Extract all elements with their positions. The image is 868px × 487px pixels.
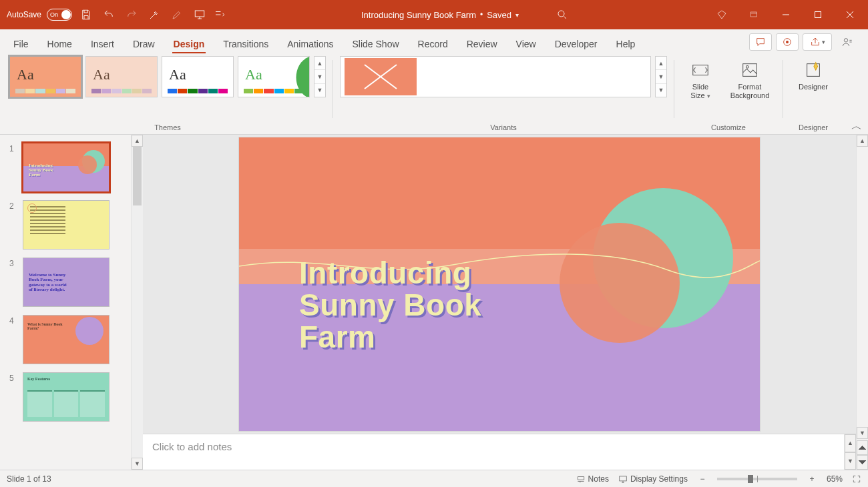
svg-point-5 (786, 41, 789, 43)
slide-indicator[interactable]: Slide 1 of 13 (7, 474, 51, 484)
gallery-up-icon[interactable]: ▲ (656, 57, 666, 70)
slide-title[interactable]: Introducing Sunny Book Farm (299, 258, 481, 354)
tab-home[interactable]: Home (38, 35, 81, 53)
scroll-up-icon[interactable]: ▲ (857, 135, 868, 147)
tab-help[interactable]: Help (607, 35, 645, 53)
theme-thumb-3[interactable]: Aa (162, 56, 234, 97)
share-button[interactable]: ▾ (803, 33, 832, 51)
comments-button[interactable] (749, 33, 772, 51)
search-icon[interactable] (554, 6, 571, 23)
record-button[interactable] (776, 33, 799, 51)
fit-to-window-icon[interactable] (852, 474, 861, 484)
editor-scrollbar[interactable]: ▲ ▼ ⏶ ⏷ (856, 135, 868, 470)
theme-thumb-2[interactable]: Aa (85, 56, 158, 97)
mini-slide[interactable]: What is Sunny BookFarm? (23, 315, 110, 364)
tab-design[interactable]: Design (164, 35, 214, 53)
tab-insert[interactable]: Insert (81, 35, 124, 53)
tab-review[interactable]: Review (457, 35, 507, 53)
redo-icon[interactable] (123, 6, 140, 23)
group-designer: Designer Designer (786, 56, 841, 134)
title-bar: AutoSave On Introducing Sunny Book Farm … (0, 0, 868, 29)
mini-slide[interactable]: Welcome to SunnyBook Farm, yourgateway t… (23, 258, 110, 307)
status-bar: Slide 1 of 13 Notes Display Settings − +… (0, 470, 868, 487)
scrollbar-handle[interactable] (133, 147, 142, 205)
theme-thumb-1[interactable]: Aa (9, 56, 81, 97)
maximize-button[interactable] (803, 0, 833, 29)
notes-toggle[interactable]: Notes (576, 474, 609, 484)
qat-overflow-icon[interactable] (214, 6, 226, 23)
tab-slideshow[interactable]: Slide Show (343, 35, 409, 53)
undo-icon[interactable] (100, 6, 118, 23)
gallery-more-icon[interactable]: ▼ (314, 84, 325, 97)
themes-gallery-scroll[interactable]: ▲ ▼ ▼ (314, 56, 326, 97)
tab-animations[interactable]: Animations (278, 35, 343, 53)
variants-gallery-scroll[interactable]: ▲ ▼ ▼ (655, 56, 667, 97)
slide-thumbnail-2[interactable]: 2 (0, 196, 131, 254)
zoom-level[interactable]: 65% (827, 474, 843, 484)
zoom-slider[interactable] (717, 478, 797, 480)
notes-scrollbar[interactable]: ▲ ▼ (844, 434, 856, 470)
group-themes: AaAaAaAa ▲ ▼ ▼ Themes (5, 56, 330, 134)
tab-developer[interactable]: Developer (546, 35, 607, 53)
ribbon: AaAaAaAa ▲ ▼ ▼ Themes ▲ ▼ ▼ Variants (0, 53, 868, 135)
zoom-in-button[interactable]: + (807, 474, 817, 484)
slide-thumbnail-3[interactable]: 3Welcome to SunnyBook Farm, yourgateway … (0, 254, 131, 311)
slide-thumbnail-1[interactable]: 1IntroducingSunny BookFarm (0, 139, 131, 196)
premium-icon[interactable] (706, 0, 737, 29)
theme-thumb-4[interactable]: Aa (238, 56, 310, 97)
document-title[interactable]: Introducing Sunny Book Farm (361, 10, 476, 20)
tab-transitions[interactable]: Transitions (214, 35, 278, 53)
slide-size-button[interactable]: Slide Size ▾ (681, 56, 720, 99)
save-icon[interactable] (77, 6, 95, 23)
format-background-button[interactable]: Format Background (724, 56, 776, 99)
slide-thumbnail-4[interactable]: 4What is Sunny BookFarm? (0, 311, 131, 368)
scroll-up-icon[interactable]: ▲ (132, 135, 143, 147)
work-area: 1IntroducingSunny BookFarm23Welcome to S… (0, 135, 868, 470)
notes-pane[interactable]: Click to add notes ▲ ▼ (143, 434, 856, 470)
display-settings-button[interactable]: Display Settings (618, 474, 688, 484)
tab-record[interactable]: Record (409, 35, 457, 53)
group-label-designer: Designer (799, 121, 828, 134)
thumbnail-panel: 1IntroducingSunny BookFarm23Welcome to S… (0, 135, 143, 470)
gallery-down-icon[interactable]: ▼ (656, 70, 666, 83)
variants-gallery[interactable] (340, 56, 651, 97)
eyedropper-icon[interactable] (146, 6, 163, 23)
close-button[interactable] (835, 0, 865, 29)
slide-canvas[interactable]: Introducing Sunny Book Farm (239, 137, 760, 431)
scroll-up-icon[interactable]: ▲ (845, 434, 856, 452)
tab-view[interactable]: View (507, 35, 546, 53)
scroll-down-icon[interactable]: ▼ (857, 427, 868, 439)
gallery-down-icon[interactable]: ▼ (314, 70, 325, 83)
autosave-toggle[interactable]: On (47, 9, 72, 21)
thumbnail-scrollbar[interactable]: ▲ ▼ (131, 135, 143, 470)
tab-draw[interactable]: Draw (124, 35, 164, 53)
prev-slide-icon[interactable]: ⏶ (857, 440, 868, 455)
designer-button[interactable]: Designer (790, 56, 837, 91)
variant-thumb[interactable] (345, 58, 417, 95)
slide-number: 3 (9, 258, 17, 268)
group-customize: Slide Size ▾ Format Background Customize (677, 56, 780, 134)
mini-slide[interactable]: Key Features (23, 372, 110, 422)
collapse-ribbon-icon[interactable]: ︿ (849, 121, 864, 131)
gallery-more-icon[interactable]: ▼ (656, 84, 666, 97)
mini-slide[interactable] (23, 200, 110, 250)
present-icon[interactable] (191, 6, 208, 23)
minimize-button[interactable] (771, 0, 801, 29)
chevron-down-icon[interactable]: ▾ (515, 11, 519, 19)
canvas-area[interactable]: Introducing Sunny Book Farm (143, 135, 856, 434)
ribbon-display-icon[interactable] (738, 0, 769, 29)
next-slide-icon[interactable]: ⏷ (857, 455, 868, 470)
gallery-up-icon[interactable]: ▲ (314, 57, 325, 70)
svg-point-11 (746, 65, 748, 68)
themes-gallery[interactable]: AaAaAaAa (9, 56, 310, 97)
zoom-out-button[interactable]: − (697, 474, 708, 484)
highlighter-icon[interactable] (168, 6, 186, 23)
mini-slide[interactable]: IntroducingSunny BookFarm (23, 143, 110, 192)
svg-point-6 (844, 39, 847, 42)
slide-number: 2 (9, 200, 17, 211)
tab-file[interactable]: File (4, 35, 38, 53)
scroll-down-icon[interactable]: ▼ (132, 458, 143, 470)
slide-thumbnail-5[interactable]: 5Key Features (0, 368, 131, 426)
scroll-down-icon[interactable]: ▼ (845, 452, 856, 470)
account-icon[interactable] (836, 33, 859, 51)
